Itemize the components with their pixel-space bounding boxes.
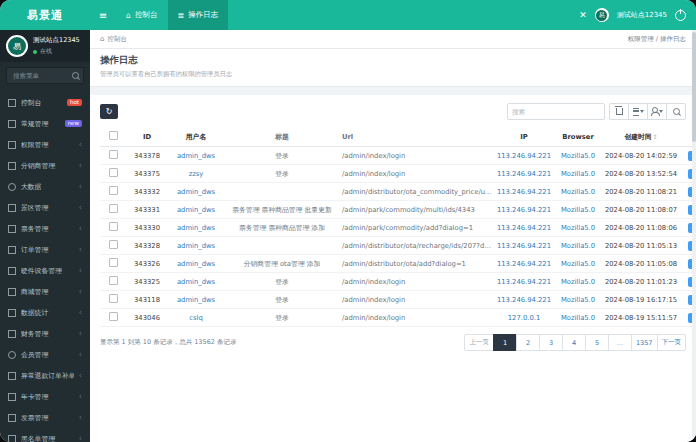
username-link[interactable]: zzsy <box>189 170 204 178</box>
sidebar-item-member[interactable]: 会员管理‹ <box>0 344 90 365</box>
ip-link[interactable]: 113.246.94.221 <box>497 260 551 268</box>
table-search-input[interactable] <box>507 103 605 120</box>
sidebar-item-share[interactable]: 分销商管理‹ <box>0 155 90 176</box>
menu-toggle-icon[interactable]: ≡ <box>90 0 116 30</box>
username-link[interactable]: admin_dws <box>177 296 215 304</box>
lock-icon <box>8 141 16 149</box>
user-filter-dropdown-button[interactable] <box>647 103 667 120</box>
browser-link[interactable]: Mozilla5.0 <box>561 314 595 322</box>
col-header-browser[interactable]: Browser <box>554 127 602 147</box>
cell-ip: 113.246.94.221 <box>494 273 554 291</box>
username-link[interactable]: cslq <box>189 314 202 322</box>
page-prev-button[interactable]: 上一页 <box>464 334 494 351</box>
fullscreen-close-icon[interactable]: ✕ <box>579 10 587 20</box>
ip-link[interactable]: 113.246.94.221 <box>497 296 551 304</box>
browser-link[interactable]: Mozilla5.0 <box>561 206 595 214</box>
ip-link[interactable]: 113.246.94.221 <box>497 224 551 232</box>
username-link[interactable]: admin_dws <box>177 278 215 286</box>
sidebar-item-label: 数据统计 <box>21 308 74 318</box>
browser-link[interactable]: Mozilla5.0 <box>561 152 595 160</box>
browser-link[interactable]: Mozilla5.0 <box>561 296 595 304</box>
sidebar-item-shop[interactable]: 商城管理‹ <box>0 281 90 302</box>
row-checkbox-cell <box>100 309 126 327</box>
table-row: 343326admin_dws分销商管理 ota管理 添加/admin/dist… <box>100 255 696 273</box>
row-checkbox[interactable] <box>109 312 118 321</box>
sidebar-item-ticket[interactable]: 票务管理‹ <box>0 218 90 239</box>
username-link[interactable]: admin_dws <box>177 188 215 196</box>
sidebar-user-status: 在线 <box>33 47 80 56</box>
select-all-checkbox[interactable] <box>109 131 118 140</box>
sidebar-item-finance[interactable]: 财务管理‹ <box>0 323 90 344</box>
columns-dropdown-button[interactable] <box>628 103 648 120</box>
sidebar-item-invoice[interactable]: 发票管理‹ <box>0 407 90 428</box>
sidebar-item-bigdata[interactable]: 大数据‹ <box>0 176 90 197</box>
sidebar-item-dashboard[interactable]: 控制台hot <box>0 92 90 113</box>
sidebar-item-lock[interactable]: 权限管理‹ <box>0 134 90 155</box>
ip-link[interactable]: 127.0.0.1 <box>508 314 540 322</box>
ip-link[interactable]: 113.246.94.221 <box>497 152 551 160</box>
sidebar-item-blacklist[interactable]: 黑名单管理‹ <box>0 428 90 442</box>
username-link[interactable]: admin_dws <box>177 260 215 268</box>
row-checkbox[interactable] <box>109 276 118 285</box>
ip-link[interactable]: 113.246.94.221 <box>497 170 551 178</box>
row-checkbox[interactable] <box>109 240 118 249</box>
col-header-id[interactable]: ID <box>126 127 168 147</box>
page-next-button[interactable]: 下一页 <box>657 334 687 351</box>
sidebar-item-refund[interactable]: 异常退款订单补单‹ <box>0 365 90 386</box>
page-button-5[interactable]: 5 <box>585 334 609 351</box>
row-checkbox[interactable] <box>109 222 118 231</box>
breadcrumb-left[interactable]: ⌂ 控制台 <box>100 35 127 44</box>
page-button-2[interactable]: 2 <box>516 334 540 351</box>
browser-link[interactable]: Mozilla5.0 <box>561 188 595 196</box>
sidebar-item-order[interactable]: 订单管理‹ <box>0 239 90 260</box>
scrollbar-thumb[interactable] <box>692 32 696 142</box>
navbar-username[interactable]: 测试站点12345 <box>617 10 667 20</box>
username-link[interactable]: admin_dws <box>177 206 215 214</box>
browser-link[interactable]: Mozilla5.0 <box>561 224 595 232</box>
browser-link[interactable]: Mozilla5.0 <box>561 260 595 268</box>
refresh-button[interactable]: ↻ <box>100 104 118 119</box>
sidebar-item-scenic[interactable]: 景区管理‹ <box>0 197 90 218</box>
browser-link[interactable]: Mozilla5.0 <box>561 242 595 250</box>
scrollbar[interactable] <box>692 30 696 442</box>
ip-link[interactable]: 113.246.94.221 <box>497 242 551 250</box>
page-ellipsis[interactable]: ... <box>608 334 632 351</box>
trash-button[interactable] <box>609 103 629 120</box>
sidebar-item-device[interactable]: 硬件设备管理‹ <box>0 260 90 281</box>
row-checkbox[interactable] <box>109 294 118 303</box>
ip-link[interactable]: 113.246.94.221 <box>497 278 551 286</box>
col-header-time[interactable]: 创建时间↕ <box>602 127 680 147</box>
ip-link[interactable]: 113.246.94.221 <box>497 188 551 196</box>
page-button-4[interactable]: 4 <box>562 334 586 351</box>
sidebar-item-gear[interactable]: 常规管理new <box>0 113 90 134</box>
row-checkbox[interactable] <box>109 258 118 267</box>
browser-link[interactable]: Mozilla5.0 <box>561 170 595 178</box>
username-link[interactable]: admin_dws <box>177 224 215 232</box>
row-checkbox[interactable] <box>109 186 118 195</box>
search-toggle-button[interactable] <box>666 103 686 120</box>
browser-link[interactable]: Mozilla5.0 <box>561 278 595 286</box>
sidebar-item-card[interactable]: 年卡管理‹ <box>0 386 90 407</box>
sidebar-item-stats[interactable]: 数据统计‹ <box>0 302 90 323</box>
sidebar-username: 测试站点12345 <box>33 36 80 45</box>
sidebar-search-input[interactable] <box>11 71 72 81</box>
navbar-avatar[interactable]: 易 <box>595 8 609 22</box>
tab-dashboard[interactable]: ⌂ 控制台 <box>116 0 168 30</box>
chevron-left-icon: ‹ <box>79 267 82 275</box>
username-link[interactable]: admin_dws <box>177 152 215 160</box>
ip-link[interactable]: 113.246.94.221 <box>497 206 551 214</box>
username-link[interactable]: admin_dws <box>177 242 215 250</box>
row-checkbox[interactable] <box>109 168 118 177</box>
col-header-url[interactable]: Url <box>340 127 494 147</box>
col-header-user[interactable]: 用户名 <box>168 127 224 147</box>
col-header-title[interactable]: 标题 <box>224 127 340 147</box>
row-checkbox[interactable] <box>109 150 118 159</box>
logout-icon[interactable] <box>675 10 686 21</box>
page-button-1[interactable]: 1 <box>493 334 517 351</box>
page-button-3[interactable]: 3 <box>539 334 563 351</box>
col-header-ip[interactable]: IP <box>494 127 554 147</box>
tab-operation-log[interactable]: ≣ 操作日志 <box>168 0 229 30</box>
page-button-1357[interactable]: 1357 <box>631 334 658 351</box>
row-checkbox[interactable] <box>109 204 118 213</box>
sidebar-avatar[interactable]: 易 <box>6 35 28 57</box>
